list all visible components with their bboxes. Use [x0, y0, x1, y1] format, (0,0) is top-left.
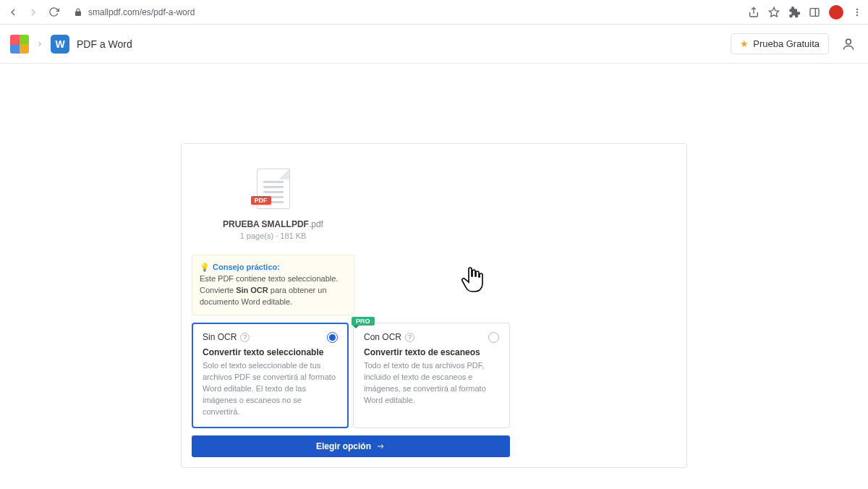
option-a-title: Convertir texto seleccionable — [203, 347, 338, 357]
share-icon[interactable] — [748, 7, 760, 18]
file-meta: 1 page(s) · 181 KB — [240, 231, 307, 240]
option-a-desc: Solo el texto seleccionable de tus archi… — [203, 360, 338, 418]
help-icon[interactable]: ? — [405, 333, 414, 342]
pdf-badge: PDF — [251, 196, 271, 205]
free-trial-label: Prueba Gratuita — [753, 38, 820, 49]
file-name: PRUEBA SMALLPDF.pdf — [223, 219, 323, 229]
svg-rect-2 — [810, 8, 819, 16]
choose-button-label: Elegir opción — [316, 441, 371, 451]
option-b-label: Con OCR — [364, 332, 401, 342]
svg-point-6 — [856, 14, 858, 15]
app-logo[interactable] — [10, 35, 29, 54]
lightbulb-icon: 💡 — [200, 263, 210, 271]
option-b-desc: Todo el texto de tus archivos PDF, inclu… — [364, 360, 499, 407]
browser-toolbar: smallpdf.com/es/pdf-a-word — [0, 0, 868, 25]
chevron-right-icon — [36, 41, 43, 48]
url-text: smallpdf.com/es/pdf-a-word — [88, 7, 195, 17]
back-button[interactable] — [6, 5, 20, 20]
file-name-bold: PRUEBA SMALLPDF — [223, 219, 309, 229]
lock-icon — [74, 8, 82, 17]
file-summary: PDF PRUEBA SMALLPDF.pdf 1 page(s) · 181 … — [192, 154, 354, 315]
extensions-icon[interactable] — [788, 7, 800, 18]
app-header: W PDF a Word ★ Prueba Gratuita — [0, 25, 868, 64]
free-trial-button[interactable]: ★ Prueba Gratuita — [731, 33, 829, 54]
browser-right-icons — [748, 5, 862, 20]
panel-icon[interactable] — [809, 7, 820, 18]
option-con-ocr[interactable]: PRO Con OCR ? Convertir texto de escaneo… — [353, 323, 510, 429]
document-icon: PDF — [257, 169, 290, 209]
conversion-options-card: PDF PRUEBA SMALLPDF.pdf 1 page(s) · 181 … — [181, 143, 687, 468]
kebab-menu-icon[interactable] — [852, 7, 862, 17]
tool-badge: W — [51, 35, 69, 54]
reload-button[interactable] — [46, 5, 61, 20]
address-bar[interactable]: smallpdf.com/es/pdf-a-word — [67, 7, 742, 17]
option-a-label: Sin OCR — [203, 332, 237, 342]
svg-point-4 — [856, 8, 858, 9]
choose-option-button[interactable]: Elegir opción — [192, 435, 510, 457]
profile-avatar[interactable] — [829, 5, 843, 20]
option-b-title: Convertir texto de escaneos — [364, 347, 499, 357]
page-title: PDF a Word — [77, 38, 132, 50]
tip-title: Consejo práctico: — [213, 263, 280, 271]
tip-text-bold: Sin OCR — [236, 286, 268, 294]
star-icon[interactable] — [768, 7, 780, 18]
svg-point-5 — [856, 11, 858, 12]
svg-point-7 — [846, 39, 851, 44]
radio-unselected[interactable] — [488, 332, 499, 343]
forward-button[interactable] — [26, 5, 41, 20]
account-icon[interactable] — [839, 35, 858, 54]
tip-box: 💡Consejo práctico: Este PDF contiene tex… — [192, 255, 354, 315]
pro-badge: PRO — [352, 317, 375, 326]
arrow-right-icon — [375, 442, 386, 451]
svg-marker-1 — [769, 7, 778, 17]
option-sin-ocr[interactable]: Sin OCR ? Convertir texto seleccionable … — [192, 323, 349, 429]
radio-selected[interactable] — [327, 332, 338, 343]
file-extension: .pdf — [309, 219, 323, 229]
star-filled-icon: ★ — [740, 38, 749, 49]
help-icon[interactable]: ? — [240, 333, 250, 342]
